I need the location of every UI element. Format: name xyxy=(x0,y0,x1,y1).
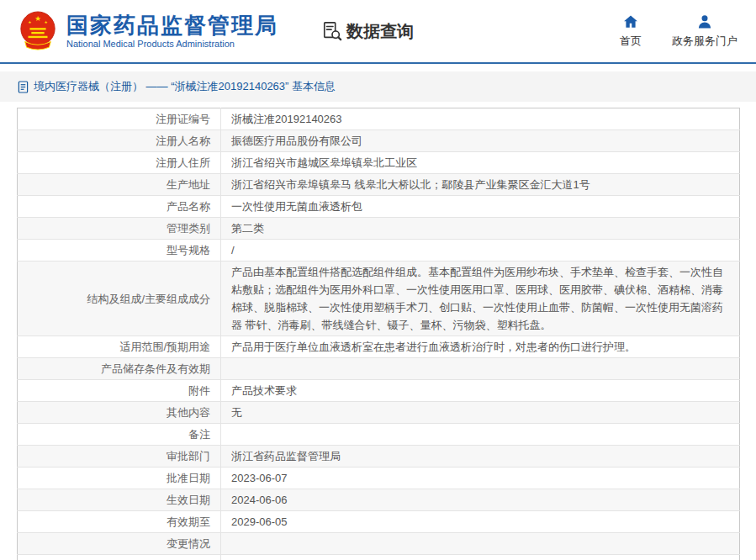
row-value xyxy=(221,358,740,380)
row-label-text: 注册人名称 xyxy=(156,135,210,147)
table-row: 附件产品技术要求 xyxy=(18,380,740,402)
breadcrumb: 境内医疗器械（注册） —— “浙械注准20192140263” 基本信息 xyxy=(0,71,756,102)
row-value: 2023-06-07 xyxy=(221,468,740,489)
site-header: ★ ★ ★ 国家药品监督管理局 National Medical Product… xyxy=(0,0,756,64)
row-value: 一次性使用无菌血液透析包 xyxy=(221,196,740,218)
nav-portal[interactable]: 政务服务门户 xyxy=(672,13,737,49)
row-value: 详情 xyxy=(221,555,740,560)
row-label-text: 结构及组成/主要组成成分 xyxy=(87,293,210,305)
table-row: 备注 xyxy=(18,424,740,446)
row-label-text: 生产地址 xyxy=(167,178,210,191)
row-value: 2029-06-05 xyxy=(221,511,740,533)
row-label: 注 xyxy=(18,555,221,560)
table-row: 有效期至2029-06-05 xyxy=(18,511,740,533)
row-value-text: 第二类 xyxy=(231,222,264,235)
main-content: 注册证编号浙械注准20192140263注册人名称振德医疗用品股份有限公司注册人… xyxy=(17,108,740,560)
row-value: 第二类 xyxy=(221,218,740,240)
svg-text:★: ★ xyxy=(44,20,47,24)
row-label: 注册证编号 xyxy=(18,108,221,130)
row-value-text: 2023-06-07 xyxy=(231,472,288,484)
row-value-text: 产品用于医疗单位血液透析室在患者进行血液透析治疗时，对患者的伤口进行护理。 xyxy=(231,341,636,353)
row-value: 无 xyxy=(221,402,740,424)
home-icon xyxy=(622,13,639,30)
row-label-text: 审批部门 xyxy=(167,450,210,462)
row-label-text: 附件 xyxy=(188,384,210,397)
row-value: 浙江省绍兴市越城区皋埠镇皋北工业区 xyxy=(221,152,740,174)
row-value: 产品用于医疗单位血液透析室在患者进行血液透析治疗时，对患者的伤口进行护理。 xyxy=(221,336,740,358)
row-value-text: 浙江省药品监督管理局 xyxy=(231,450,341,462)
info-table-body: 注册证编号浙械注准20192140263注册人名称振德医疗用品股份有限公司注册人… xyxy=(18,108,740,560)
user-icon xyxy=(696,13,713,30)
table-row: 结构及组成/主要组成成分产品由基本配置组件搭配选配组件组成。基本配置组件为医用纱… xyxy=(18,262,740,336)
nav-home-label: 首页 xyxy=(620,34,642,49)
row-label: 型号规格 xyxy=(18,240,221,262)
table-row: 其他内容无 xyxy=(18,402,740,424)
row-label: 附件 xyxy=(18,380,221,402)
table-row: 适用范围/预期用途产品用于医疗单位血液透析室在患者进行血液透析治疗时，对患者的伤… xyxy=(18,336,740,358)
row-label: 审批部门 xyxy=(18,446,221,468)
nav-portal-label: 政务服务门户 xyxy=(672,34,737,49)
table-row: 变更情况 xyxy=(18,533,740,555)
row-label-text: 有效期至 xyxy=(167,515,210,528)
table-row: 生产地址浙江省绍兴市皋埠镇皋马 线皋北大桥以北；鄢陵县产业集聚区金汇大道1号 xyxy=(18,174,740,196)
table-row: 管理类别第二类 xyxy=(18,218,740,240)
table-row: 产品名称一次性使用无菌血液透析包 xyxy=(18,196,740,218)
row-value: 振德医疗用品股份有限公司 xyxy=(221,130,740,152)
table-row: 批准日期2023-06-07 xyxy=(18,468,740,489)
row-label: 有效期至 xyxy=(18,511,221,533)
row-label: 备注 xyxy=(18,424,221,446)
row-value: / xyxy=(221,240,740,262)
row-label: 产品名称 xyxy=(18,196,221,218)
row-label-text: 批准日期 xyxy=(167,472,210,484)
row-value-text: 一次性使用无菌血液透析包 xyxy=(231,200,362,213)
row-label: 生效日期 xyxy=(18,489,221,511)
row-label: 结构及组成/主要组成成分 xyxy=(18,262,221,336)
document-icon xyxy=(18,81,29,93)
row-value: 浙械注准20192140263 xyxy=(221,108,740,130)
row-value: 产品技术要求 xyxy=(221,380,740,402)
national-emblem-icon: ★ ★ ★ xyxy=(19,10,57,52)
data-query-label: 数据查询 xyxy=(346,20,414,43)
nmpa-logo[interactable]: ★ ★ ★ 国家药品监督管理局 National Medical Product… xyxy=(19,10,278,52)
row-value-text: 产品技术要求 xyxy=(231,384,297,397)
row-value xyxy=(221,533,740,555)
row-label: 适用范围/预期用途 xyxy=(18,336,221,358)
row-label-text: 变更情况 xyxy=(167,537,210,550)
data-query-title[interactable]: 数据查询 xyxy=(322,20,414,43)
document-search-icon xyxy=(322,21,342,41)
row-value-text: 无 xyxy=(231,406,242,419)
header-nav: 首页 政务服务门户 xyxy=(620,13,737,49)
row-label-text: 注册人住所 xyxy=(156,156,210,169)
breadcrumb-text: 境内医疗器械（注册） —— “浙械注准20192140263” 基本信息 xyxy=(34,79,336,94)
row-value-text: 振德医疗用品股份有限公司 xyxy=(231,135,362,147)
row-value-text: 浙械注准20192140263 xyxy=(231,113,342,125)
row-label-text: 适用范围/预期用途 xyxy=(119,341,210,353)
info-table: 注册证编号浙械注准20192140263注册人名称振德医疗用品股份有限公司注册人… xyxy=(17,108,740,560)
table-row: 生效日期2024-06-06 xyxy=(18,489,740,511)
row-label-text: 注册证编号 xyxy=(156,113,210,125)
row-label: 产品储存条件及有效期 xyxy=(18,358,221,380)
row-label-text: 生效日期 xyxy=(167,494,210,506)
row-label-text: 型号规格 xyxy=(167,244,210,256)
row-label: 生产地址 xyxy=(18,174,221,196)
svg-text:★: ★ xyxy=(28,20,31,24)
row-value-text: 2029-06-05 xyxy=(231,515,288,528)
row-value-text: 2024-06-06 xyxy=(231,494,288,506)
row-label: 批准日期 xyxy=(18,468,221,489)
row-label: 注册人住所 xyxy=(18,152,221,174)
row-label: 其他内容 xyxy=(18,402,221,424)
table-row: 注册人名称振德医疗用品股份有限公司 xyxy=(18,130,740,152)
row-label-text: 管理类别 xyxy=(167,222,210,235)
row-value: 浙江省药品监督管理局 xyxy=(221,446,740,468)
row-value xyxy=(221,424,740,446)
nav-home[interactable]: 首页 xyxy=(620,13,642,49)
table-row: 产品储存条件及有效期 xyxy=(18,358,740,380)
row-label: 变更情况 xyxy=(18,533,221,555)
table-row: 审批部门浙江省药品监督管理局 xyxy=(18,446,740,468)
org-title: 国家药品监督管理局 National Medical Products Admi… xyxy=(66,13,278,50)
row-value-text: 浙江省绍兴市越城区皋埠镇皋北工业区 xyxy=(231,156,417,169)
row-value: 2024-06-06 xyxy=(221,489,740,511)
row-value-text: 浙江省绍兴市皋埠镇皋马 线皋北大桥以北；鄢陵县产业集聚区金汇大道1号 xyxy=(231,178,590,191)
row-label-text: 备注 xyxy=(188,428,210,441)
row-label: 管理类别 xyxy=(18,218,221,240)
